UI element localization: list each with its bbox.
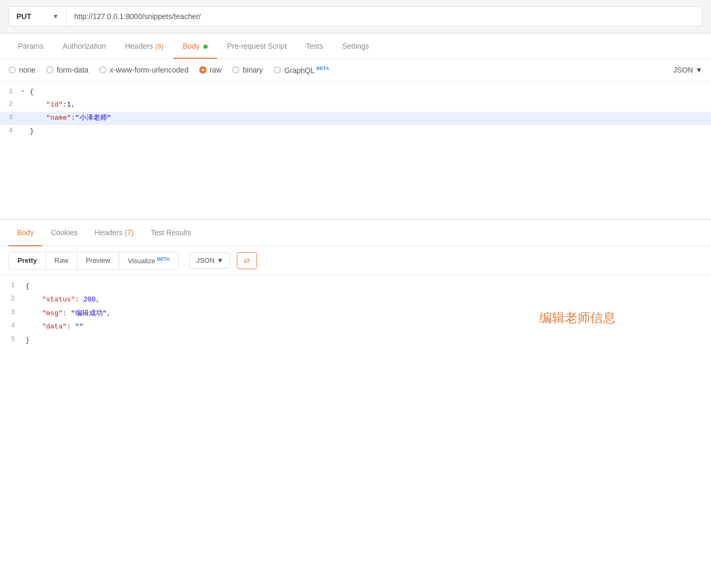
url-input[interactable] (67, 6, 703, 26)
resp-line-4: 4 "data": "" (0, 320, 711, 333)
code-line-2: 2 "id":1, (0, 99, 711, 112)
tab-prerequest[interactable]: Pre-request Script (217, 33, 296, 59)
tab-headers[interactable]: Headers (9) (115, 33, 173, 59)
radio-graphql (273, 66, 281, 74)
response-tabs-bar: Body Cookies Headers (7) Test Results (0, 220, 711, 246)
resp-line-1: 1 { (0, 280, 711, 293)
response-code-wrapper: 1 { 2 "status": 200, 3 "msg": "编辑成功", 4 … (0, 275, 711, 381)
method-select[interactable]: PUT ▼ (8, 6, 67, 26)
radio-raw (199, 66, 207, 74)
view-raw-button[interactable]: Raw (46, 252, 77, 269)
code-line-1: 1 ▾ { (0, 86, 711, 99)
resp-line-3: 3 "msg": "编辑成功", (0, 307, 711, 320)
option-none[interactable]: none (8, 66, 35, 74)
resp-line-5: 5 } (0, 334, 711, 347)
view-preview-button[interactable]: Preview (77, 252, 119, 269)
option-raw[interactable]: raw (199, 66, 222, 74)
view-visualize-button[interactable]: Visualize BETA (119, 252, 178, 269)
format-selector[interactable]: JSON ▼ (673, 66, 703, 74)
resp-line-2: 2 "status": 200, (0, 293, 711, 306)
view-pretty-button[interactable]: Pretty (9, 252, 46, 269)
code-line-3: 3 "name":"小泽老师" (0, 112, 711, 125)
tab-tests[interactable]: Tests (296, 33, 333, 59)
option-form-data[interactable]: form-data (46, 66, 88, 74)
tab-authorization[interactable]: Authorization (53, 33, 115, 59)
radio-urlencoded (99, 66, 106, 74)
tab-settings[interactable]: Settings (333, 33, 379, 59)
option-graphql[interactable]: GraphQL BETA (273, 66, 329, 75)
wrap-button[interactable]: ⇄ (237, 252, 257, 269)
option-urlencoded[interactable]: x-www-form-urlencoded (99, 66, 189, 74)
body-options: none form-data x-www-form-urlencoded raw… (0, 59, 711, 82)
chevron-down-icon: ▼ (695, 66, 703, 74)
resp-tab-body[interactable]: Body (8, 220, 42, 245)
response-code-editor: 1 { 2 "status": 200, 3 "msg": "编辑成功", 4 … (0, 275, 711, 381)
response-format-selector[interactable]: JSON ▼ (189, 252, 230, 269)
request-code-editor[interactable]: 1 ▾ { 2 "id":1, 3 "name":"小泽老师" 4 } (0, 82, 711, 219)
url-bar: PUT ▼ (0, 0, 711, 33)
method-chevron-icon: ▼ (52, 13, 59, 20)
chevron-down-icon: ▼ (217, 256, 224, 264)
radio-binary (232, 66, 239, 74)
code-line-4: 4 } (0, 125, 711, 138)
option-binary[interactable]: binary (232, 66, 263, 74)
tab-body[interactable]: Body (173, 33, 218, 59)
resp-tab-cookies[interactable]: Cookies (42, 220, 86, 245)
response-toolbar: Pretty Raw Preview Visualize BETA JSON ▼… (0, 246, 711, 275)
request-tabs-bar: Params Authorization Headers (9) Body Pr… (0, 33, 711, 59)
view-mode-group: Pretty Raw Preview Visualize BETA (8, 252, 179, 270)
method-label: PUT (16, 12, 31, 21)
radio-form-data (46, 66, 54, 74)
resp-tab-headers[interactable]: Headers (7) (86, 220, 143, 245)
resp-tab-testresults[interactable]: Test Results (142, 220, 199, 245)
radio-none (8, 66, 16, 74)
tab-params[interactable]: Params (8, 33, 53, 59)
